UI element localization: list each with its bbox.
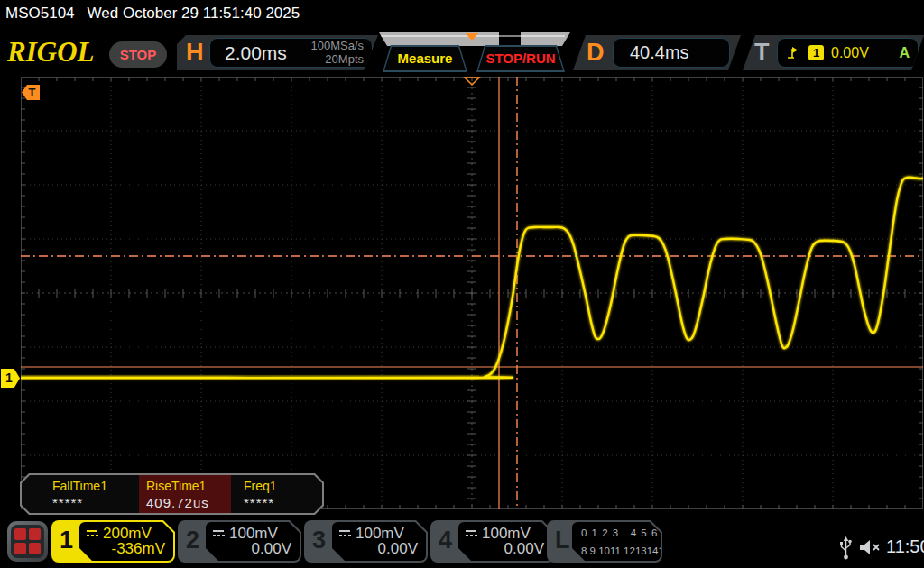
bottom-bar: 1 200mV -336mV 2 [0, 0, 924, 568]
channel-2-widget[interactable]: 2 100mV 0.00V [178, 520, 301, 563]
usb-icon [838, 535, 854, 562]
logic-analyzer-widget[interactable]: L 0 1 2 3 4 5 6 7 8 9 1011 12131415 [547, 520, 662, 563]
channel-number: 1 [60, 527, 73, 554]
quick-menu-button[interactable] [7, 521, 48, 562]
menu-grid-icon [11, 525, 44, 558]
dc-coupling-icon [86, 529, 99, 538]
logic-channels-row1: 0 1 2 3 4 5 6 7 [581, 527, 669, 538]
clock: 11:50 [886, 536, 924, 557]
channel-number: 2 [186, 527, 199, 554]
logic-channels-row2: 8 9 1011 12131415 [581, 545, 670, 556]
channel-offset: -336mV [111, 540, 165, 558]
channel-offset: 0.00V [252, 540, 291, 558]
oscilloscope-screen: MSO5104Wed October 29 11:51:40 2025 RIGO… [0, 0, 924, 568]
channel-offset: 0.00V [504, 540, 544, 558]
dc-coupling-icon [465, 529, 478, 538]
channel-number: 3 [312, 527, 326, 554]
dc-coupling-icon [212, 529, 226, 538]
dc-coupling-icon [338, 529, 352, 538]
speaker-muted-icon [858, 538, 882, 556]
channel-number: 4 [439, 527, 452, 554]
channel-1-widget[interactable]: 1 200mV -336mV [51, 520, 175, 563]
channel-4-widget[interactable]: 4 100mV 0.00V [430, 520, 554, 563]
channel-offset: 0.00V [378, 540, 418, 558]
channel-3-widget[interactable]: 3 100mV 0.00V [304, 520, 428, 563]
logic-label: L [555, 527, 570, 554]
